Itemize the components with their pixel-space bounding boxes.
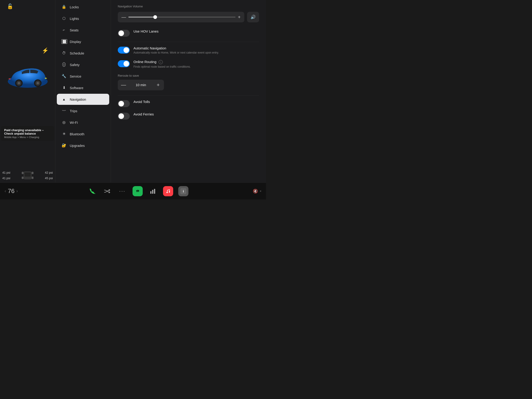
- display-menu-icon: ⬜: [61, 39, 66, 44]
- avoid-ferries-label: Avoid Ferries: [133, 112, 259, 116]
- tire-front-right: 42 psi: [35, 171, 53, 174]
- svg-point-18: [166, 192, 168, 193]
- menu-item-upgrades[interactable]: 🔐 Upgrades: [57, 140, 109, 151]
- volume-slider-fill: [128, 17, 155, 18]
- divider-1: [118, 42, 259, 42]
- online-routing-info-icon[interactable]: i: [159, 60, 163, 64]
- lock-icon: 🔓: [7, 3, 13, 9]
- safety-menu-icon: i: [61, 62, 66, 67]
- avoid-tolls-toggle-thumb: [119, 101, 124, 107]
- menu-item-lights[interactable]: ⬡ Lights: [57, 13, 109, 24]
- tire-pressure-area: 41 psi 42 psi 41 psi 45 psi: [0, 170, 55, 181]
- volume-speaker-icon: 🔊: [251, 14, 256, 20]
- menu-item-trips[interactable]: 〰 Trips: [57, 105, 109, 116]
- taskbar-spotify-app[interactable]: [133, 186, 143, 196]
- right-panel: Navigation Volume — + 🔊: [111, 0, 266, 182]
- volume-plus-button[interactable]: +: [238, 14, 241, 20]
- menu-item-service[interactable]: 🔧 Service: [57, 71, 109, 82]
- taskbar-charts-app[interactable]: [148, 186, 158, 196]
- menu-item-navigation[interactable]: ▲ Navigation: [57, 94, 109, 105]
- lights-menu-label: Lights: [70, 17, 79, 20]
- reroute-stepper: — 10 min +: [118, 80, 164, 90]
- online-routing-toggle[interactable]: [118, 60, 130, 67]
- safety-menu-label: Safety: [70, 63, 80, 67]
- upgrades-menu-icon: 🔐: [61, 143, 66, 148]
- tire-rear-left: 41 psi: [2, 176, 20, 180]
- taskbar-center: ···: [32, 186, 243, 196]
- lights-menu-icon: ⬡: [61, 16, 66, 21]
- taskbar: ‹ 76 › ···: [0, 182, 266, 200]
- tire-front-left: 41 psi: [2, 171, 20, 174]
- trips-menu-label: Trips: [70, 109, 77, 113]
- display-menu-label: Display: [70, 40, 81, 44]
- menu-item-schedule[interactable]: ⏱ Schedule: [57, 48, 109, 59]
- wifi-menu-icon: ◎: [61, 120, 66, 125]
- left-panel: 🔓: [0, 0, 55, 182]
- auto-nav-toggle-thumb: [124, 47, 129, 53]
- reroute-decrease-button[interactable]: —: [118, 80, 129, 90]
- volume-slider-track[interactable]: [128, 17, 235, 18]
- volume-control: — + 🔊: [118, 12, 259, 22]
- menu-item-display[interactable]: ⬜ Display: [57, 36, 109, 47]
- tesla-screen: 🔓: [0, 0, 266, 200]
- auto-nav-toggle[interactable]: [118, 47, 130, 54]
- taskbar-forward-arrow[interactable]: ›: [16, 189, 18, 194]
- menu-item-locks[interactable]: 🔒 Locks: [57, 1, 109, 13]
- car-svg: [5, 60, 51, 92]
- taskbar-more-app[interactable]: ···: [117, 186, 127, 196]
- taskbar-info-app[interactable]: i: [178, 186, 188, 196]
- online-routing-toggle-thumb: [124, 61, 129, 66]
- avoid-tolls-toggle[interactable]: [118, 100, 130, 107]
- hov-lanes-toggle[interactable]: [118, 30, 130, 37]
- shuffle-icon: [104, 189, 110, 194]
- hov-lanes-toggle-thumb: [119, 31, 124, 36]
- taskbar-shuffle-app[interactable]: [102, 186, 112, 196]
- svg-point-3: [18, 82, 20, 84]
- menu-item-bluetooth[interactable]: ✳ Bluetooth: [57, 128, 109, 139]
- locks-menu-label: Locks: [70, 5, 79, 9]
- volume-mute-button[interactable]: 🔊: [247, 12, 259, 22]
- charging-bolt-icon: ⚡: [42, 47, 49, 54]
- middle-panel: 🔒 Locks ⬡ Lights ⌐ Seats ⬜ Display ⏱ Sch…: [55, 0, 111, 182]
- service-menu-label: Service: [70, 74, 81, 78]
- hov-lanes-setting: Use HOV Lanes: [118, 29, 259, 37]
- reroute-label: Reroute to save: [118, 74, 259, 77]
- bluetooth-menu-label: Bluetooth: [70, 132, 84, 136]
- charts-icon: [150, 188, 156, 194]
- info-app-icon: i: [180, 188, 186, 194]
- volume-section-title: Navigation Volume: [118, 5, 259, 8]
- upgrades-menu-label: Upgrades: [70, 144, 85, 147]
- hov-label-area: Use HOV Lanes: [133, 29, 259, 33]
- software-menu-label: Software: [70, 86, 83, 90]
- taskbar-back-arrow[interactable]: ‹: [5, 189, 6, 194]
- avoid-ferries-label-area: Avoid Ferries: [133, 112, 259, 116]
- avoid-tolls-label-area: Avoid Tolls: [133, 100, 259, 104]
- taskbar-mute-icon[interactable]: 🔇: [253, 189, 258, 194]
- svg-point-6: [37, 82, 39, 84]
- volume-slider-container[interactable]: — +: [118, 12, 244, 22]
- online-routing-label-area: Online Routing i Finds optimal route bas…: [133, 60, 259, 69]
- avoid-ferries-setting: Avoid Ferries: [118, 112, 259, 120]
- spotify-icon: [135, 188, 141, 194]
- warning-subtitle: Mobile App > Menu > Charging: [4, 136, 51, 139]
- bluetooth-menu-icon: ✳: [61, 132, 66, 136]
- avoid-ferries-toggle[interactable]: [118, 113, 130, 120]
- svg-point-13: [135, 188, 140, 194]
- volume-section: Navigation Volume — + 🔊: [118, 5, 259, 22]
- auto-nav-label: Automatic Navigation: [133, 46, 259, 50]
- svg-rect-9: [32, 172, 33, 174]
- phone-icon: [89, 188, 95, 194]
- menu-item-wifi[interactable]: ◎ Wi-Fi: [57, 117, 109, 128]
- taskbar-music-app[interactable]: [163, 186, 173, 196]
- warning-notification: Paid charging unavailable – Check unpaid…: [1, 126, 54, 141]
- avoid-tolls-setting: Avoid Tolls: [118, 100, 259, 107]
- auto-nav-sublabel: Automatically route to Home, Work or nex…: [133, 51, 259, 55]
- reroute-increase-button[interactable]: +: [152, 80, 164, 90]
- taskbar-phone-app[interactable]: [87, 186, 97, 196]
- online-routing-label: Online Routing i: [133, 60, 259, 64]
- menu-item-safety[interactable]: i Safety: [57, 59, 109, 70]
- menu-item-software[interactable]: ⬇ Software: [57, 82, 109, 93]
- reroute-value: 10 min: [129, 83, 152, 87]
- volume-minus-button[interactable]: —: [121, 14, 126, 20]
- menu-item-seats[interactable]: ⌐ Seats: [57, 25, 109, 36]
